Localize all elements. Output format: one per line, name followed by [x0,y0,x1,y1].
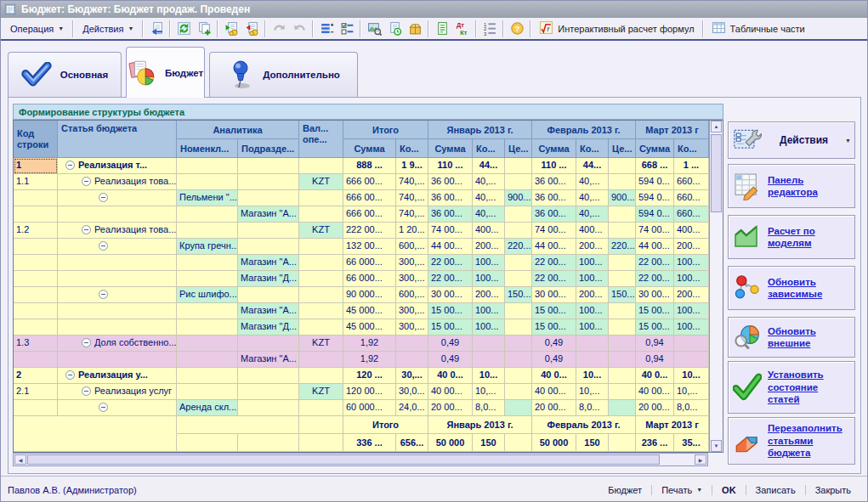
cell[interactable]: 74 00... [532,223,576,239]
cell[interactable]: 10... [674,368,709,384]
cell[interactable] [177,174,238,190]
cell[interactable]: 100... [674,319,709,336]
cell[interactable]: 336 ... [343,434,396,452]
scroll-down-button[interactable]: ▼ [711,440,722,452]
cell[interactable]: 120 00... [343,384,396,400]
cell[interactable] [58,190,177,206]
cell[interactable]: 400... [473,223,505,239]
cell[interactable] [576,336,609,352]
cell[interactable]: 45 000... [343,303,396,319]
tab-budget[interactable]: Бюджет [126,47,205,98]
collapse-icon[interactable] [65,370,75,380]
cell[interactable]: 100... [473,255,505,271]
cell[interactable]: 40 00... [428,384,473,400]
cell[interactable] [58,319,177,336]
interactive-formula-calc-button[interactable]: f Интерактивный расчет формул [534,19,699,38]
cell[interactable] [177,158,238,174]
cell[interactable]: 1.1 [14,174,58,190]
cell[interactable]: 300,... [396,271,428,287]
cell[interactable]: 30 00... [532,287,576,303]
cell[interactable] [14,255,58,271]
cell[interactable] [299,239,343,255]
report-button[interactable] [432,20,452,38]
cell[interactable]: 150... [609,287,636,303]
cell[interactable]: 45 000... [343,319,396,336]
cell[interactable]: 15 00... [532,319,576,336]
cell[interactable]: 15 00... [428,303,473,319]
cell[interactable]: Реализация у... [58,368,177,384]
cell[interactable]: 40,... [576,206,609,223]
cell[interactable]: 8,0... [674,400,709,416]
cell[interactable]: 1 20... [396,223,428,239]
cell[interactable]: 36 00... [532,190,576,206]
cell[interactable]: Рис шлифо... [177,287,238,303]
cell[interactable]: 50 000 [428,434,473,452]
scroll-left-button[interactable]: ◀ [14,454,26,465]
vertical-scrollbar[interactable]: ▲ ▼ [709,121,723,452]
cell[interactable] [609,174,636,190]
statusbar-button-записать[interactable]: Записать [746,485,805,495]
cell[interactable]: 888 ... [343,158,396,174]
cell[interactable] [177,223,238,239]
statusbar-button-бюджет[interactable]: Бюджет [599,485,651,495]
cell[interactable]: 40,... [473,206,505,223]
cell[interactable]: 40 0... [428,368,473,384]
cell[interactable]: 15 00... [532,303,576,319]
cell[interactable] [14,434,177,452]
cell[interactable] [299,400,343,416]
cell[interactable] [609,303,636,319]
dt-kt-button[interactable]: ДтКт [452,20,473,38]
collapse-icon[interactable] [99,193,108,202]
cell[interactable] [14,400,58,416]
cell[interactable] [238,223,299,239]
cell[interactable]: 220... [609,239,636,255]
cell[interactable] [58,206,177,223]
cell[interactable] [177,206,238,223]
cell[interactable]: 666 00... [343,190,396,206]
cell[interactable]: 40,... [576,190,609,206]
cell[interactable]: 30 00... [636,287,674,303]
cell[interactable]: 22 00... [532,271,576,287]
cell[interactable]: 300,... [396,303,428,319]
cell[interactable]: Реализация това... [58,223,177,239]
cell[interactable]: Магазин "А... [238,206,299,223]
collapse-icon[interactable] [82,225,91,234]
cell[interactable]: 0,94 [636,336,674,352]
numbered-list-button[interactable]: 123 [479,20,500,38]
cell[interactable]: 24,0... [396,400,428,416]
cell[interactable] [58,239,177,255]
cell[interactable] [14,287,58,303]
cell[interactable]: 50 000 [532,434,576,452]
cell[interactable] [14,352,58,368]
cell[interactable] [177,319,238,336]
cell[interactable]: 40,... [473,174,505,190]
cell[interactable]: 0,49 [428,336,473,352]
cell[interactable]: 36 00... [532,174,576,190]
cell[interactable]: 300,... [396,319,428,336]
cell[interactable]: 10,... [674,384,709,400]
cell[interactable] [238,434,299,452]
cell[interactable]: Магазин "А... [238,352,299,368]
cell[interactable] [14,239,58,255]
refresh-external-button[interactable]: Обновить внешние [728,317,855,358]
cell[interactable]: Реализация т... [58,158,177,174]
cell[interactable]: 2 [14,368,58,384]
refill-button[interactable]: Перезаполнить статьями бюджета [728,417,855,465]
cell[interactable] [299,271,343,287]
cell[interactable]: 400... [576,223,609,239]
cell[interactable]: 220... [505,239,532,255]
cell[interactable]: 594 0... [636,206,674,223]
collapse-icon[interactable] [99,403,108,412]
cell[interactable]: 600,... [396,287,428,303]
cell[interactable]: 20 00... [636,400,674,416]
cell[interactable] [299,416,343,434]
cell[interactable]: 900... [609,190,636,206]
cell[interactable]: 30 00... [428,287,473,303]
cell[interactable] [505,319,532,336]
cell[interactable] [609,206,636,223]
cell[interactable]: 0,49 [532,336,576,352]
set-state-button[interactable]: Установить состояние статей [728,361,855,414]
cell[interactable]: 200... [674,287,709,303]
cell[interactable]: 200... [674,239,709,255]
cell[interactable]: Магазин "Д... [238,271,299,287]
